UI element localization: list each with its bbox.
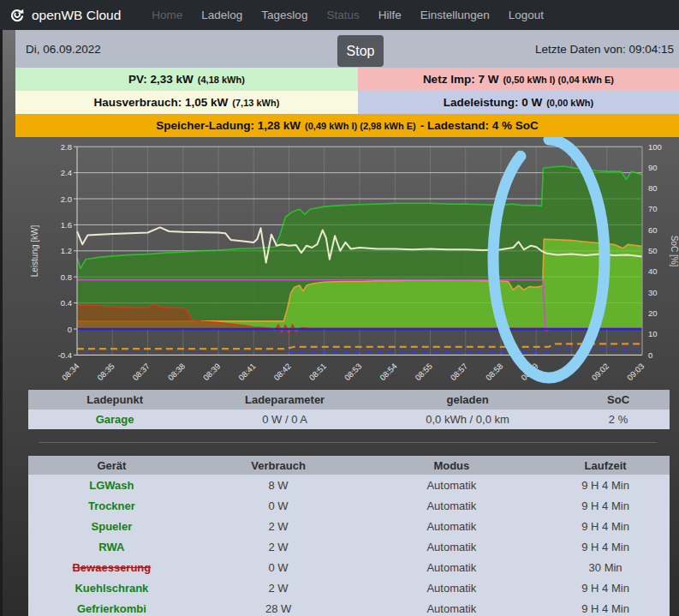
svg-text:08:35: 08:35	[95, 362, 116, 383]
svg-text:08:51: 08:51	[307, 362, 329, 383]
value-cell: Automatik	[361, 475, 541, 495]
value-cell: 2 %	[567, 410, 670, 429]
svg-text:08:53: 08:53	[342, 362, 364, 383]
svg-text:08:55: 08:55	[413, 362, 434, 383]
value-cell: Automatik	[361, 536, 541, 557]
row-name-link[interactable]: RWA	[98, 541, 124, 553]
table-row: Spueler2 WAutomatik9 H 4 Min	[28, 516, 670, 536]
status-box-ladeleistung: Ladeleistung: 0 W (0,00 kWh)	[358, 91, 679, 114]
column-header: geladen	[368, 390, 567, 410]
header-row: GerätVerbrauchModusLaufzeit	[28, 456, 670, 475]
status-box-speicher: Speicher-Ladung: 1,28 kW (0,49 kWh I) (2…	[15, 114, 679, 137]
svg-text:09:02: 09:02	[590, 362, 611, 383]
ladeleistung-energy: (0,00 kWh)	[546, 98, 593, 108]
table-row: Bewaesserung0 WAutomatik30 Min	[28, 557, 670, 577]
status-box-pv: PV: 2,33 kW (4,18 kWh)	[15, 68, 358, 91]
nav-item-tageslog[interactable]: Tageslog	[261, 9, 307, 21]
svg-text:0: 0	[648, 350, 652, 360]
nav-item-home[interactable]: Home	[152, 9, 182, 21]
chart-canvas: 08:3408:3508:3708:3808:3908:4108:4208:51…	[26, 137, 679, 387]
nav-item-hilfe[interactable]: Hilfe	[378, 9, 402, 21]
table-row: RWA2 WAutomatik9 H 4 Min	[28, 536, 670, 557]
top-navbar: openWB Cloud HomeLadelogTageslogStatusHi…	[0, 0, 679, 30]
devices-table: GerätVerbrauchModusLaufzeitLGWash8 WAuto…	[28, 456, 670, 616]
svg-text:08:54: 08:54	[378, 362, 399, 383]
row-name-link[interactable]: Trockner	[88, 499, 135, 512]
svg-text:2.4: 2.4	[61, 168, 72, 177]
name-cell: Gefrierkombi	[28, 598, 195, 616]
row-name-link[interactable]: LGWash	[89, 479, 134, 492]
row-name-link[interactable]: Spueler	[92, 520, 133, 533]
value-cell: 9 H 4 Min	[541, 495, 670, 516]
svg-text:80: 80	[648, 183, 658, 193]
nav-item-logout[interactable]: Logout	[509, 9, 544, 21]
hausverbrauch-energy: (7,13 kWh)	[232, 98, 279, 108]
value-cell: 9 H 4 Min	[541, 536, 670, 557]
power-soc-chart: 08:3408:3508:3708:3808:3908:4108:4208:51…	[26, 137, 679, 387]
svg-text:08:41: 08:41	[236, 362, 258, 383]
value-cell: 9 H 4 Min	[541, 475, 670, 495]
value-cell: 30 Min	[541, 557, 670, 577]
header-row: LadepunktLadeparametergeladenSoC	[28, 390, 670, 410]
name-cell: Trockner	[28, 495, 195, 516]
window-left-edge	[0, 30, 3, 616]
date-bar: Di, 06.09.2022 Stop Letzte Daten von: 09…	[15, 30, 679, 68]
svg-text:0.8: 0.8	[61, 272, 72, 282]
row-name-link[interactable]: Gefrierkombi	[77, 602, 146, 615]
svg-text:08:37: 08:37	[130, 362, 152, 383]
speicher-value: Speicher-Ladung: 1,28 kW	[156, 119, 301, 132]
nav-item-status[interactable]: Status	[326, 9, 359, 21]
value-cell: 8 W	[195, 475, 362, 495]
svg-text:50: 50	[648, 246, 658, 255]
svg-text:60: 60	[648, 225, 658, 235]
hausverbrauch-value: Hausverbrauch: 1,05 kW	[94, 96, 229, 109]
name-cell: Garage	[28, 410, 201, 429]
svg-text:1.2: 1.2	[61, 246, 72, 255]
nav-menu: HomeLadelogTageslogStatusHilfeEinstellun…	[152, 9, 544, 21]
ladeleistung-value: Ladeleistung: 0 W	[444, 96, 543, 109]
name-cell: Spueler	[28, 516, 195, 536]
name-cell: Bewaesserung	[28, 557, 195, 577]
row-name-link[interactable]: Garage	[96, 413, 134, 426]
netz-energy: (0,50 kWh I) (0,04 kWh E)	[503, 75, 614, 85]
netz-value: Netz Imp: 7 W	[423, 73, 499, 86]
svg-text:40: 40	[648, 266, 658, 276]
svg-text:-0.4: -0.4	[58, 350, 72, 360]
svg-text:08:42: 08:42	[271, 362, 293, 383]
stop-button[interactable]: Stop	[337, 35, 384, 67]
table-row: Trockner0 WAutomatik9 H 4 Min	[28, 495, 670, 516]
svg-text:100: 100	[648, 142, 662, 152]
speicher-soc: - Ladestand: 4 % SoC	[420, 119, 539, 132]
value-cell: 2 W	[195, 536, 362, 557]
table-divider	[39, 442, 657, 443]
nav-item-einstellungen[interactable]: Einstellungen	[420, 9, 490, 21]
value-cell: 9 H 4 Min	[541, 516, 670, 536]
row-name-link[interactable]: Bewaesserung	[72, 561, 151, 574]
column-header: Ladepunkt	[28, 390, 201, 410]
chargepoint-table: LadepunktLadeparametergeladenSoCGarage0 …	[28, 390, 670, 429]
last-data-label: Letzte Daten von: 09:04:15	[535, 43, 674, 56]
svg-text:0.4: 0.4	[61, 298, 72, 308]
svg-text:2.0: 2.0	[61, 194, 72, 204]
pv-energy: (4,18 kWh)	[198, 75, 245, 85]
value-cell: 2 W	[195, 516, 362, 536]
svg-text:20: 20	[648, 308, 658, 318]
column-header: SoC	[567, 390, 670, 410]
value-cell: 0,0 kWh / 0,0 km	[368, 410, 567, 429]
nav-item-ladelog[interactable]: Ladelog	[201, 9, 242, 21]
svg-text:0: 0	[68, 325, 72, 334]
pv-value: PV: 2,33 kW	[128, 73, 194, 86]
svg-text:09:03: 09:03	[625, 362, 646, 383]
row-name-link[interactable]: Kuehlschrank	[74, 582, 148, 595]
svg-text:08:58: 08:58	[484, 362, 505, 383]
brand-label: openWB Cloud	[32, 8, 121, 23]
value-cell: Automatik	[361, 516, 541, 536]
speicher-energy: (0,49 kWh I) (2,98 kWh E)	[305, 121, 416, 131]
name-cell: RWA	[28, 536, 195, 557]
value-cell: 2 W	[195, 577, 362, 598]
table-row: LGWash8 WAutomatik9 H 4 Min	[28, 475, 670, 495]
column-header: Modus	[361, 456, 541, 475]
brand-link[interactable]: openWB Cloud	[9, 7, 121, 24]
svg-text:90: 90	[648, 163, 658, 172]
svg-text:08:34: 08:34	[60, 362, 81, 383]
